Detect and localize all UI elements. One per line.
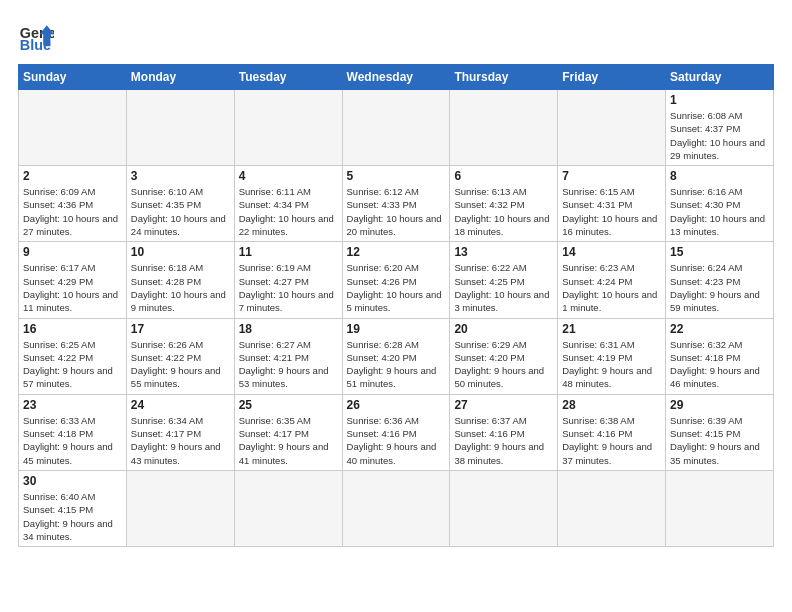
calendar-cell: 15Sunrise: 6:24 AM Sunset: 4:23 PM Dayli… — [666, 242, 774, 318]
day-info: Sunrise: 6:15 AM Sunset: 4:31 PM Dayligh… — [562, 185, 661, 238]
day-number: 20 — [454, 322, 553, 336]
day-number: 6 — [454, 169, 553, 183]
calendar-cell: 9Sunrise: 6:17 AM Sunset: 4:29 PM Daylig… — [19, 242, 127, 318]
calendar-cell: 6Sunrise: 6:13 AM Sunset: 4:32 PM Daylig… — [450, 166, 558, 242]
calendar-week-row: 9Sunrise: 6:17 AM Sunset: 4:29 PM Daylig… — [19, 242, 774, 318]
calendar-body: 1Sunrise: 6:08 AM Sunset: 4:37 PM Daylig… — [19, 90, 774, 547]
day-number: 16 — [23, 322, 122, 336]
day-info: Sunrise: 6:29 AM Sunset: 4:20 PM Dayligh… — [454, 338, 553, 391]
day-number: 15 — [670, 245, 769, 259]
logo-icon: General Blue — [18, 18, 54, 54]
calendar-cell: 2Sunrise: 6:09 AM Sunset: 4:36 PM Daylig… — [19, 166, 127, 242]
day-info: Sunrise: 6:28 AM Sunset: 4:20 PM Dayligh… — [347, 338, 446, 391]
day-info: Sunrise: 6:19 AM Sunset: 4:27 PM Dayligh… — [239, 261, 338, 314]
day-number: 14 — [562, 245, 661, 259]
day-info: Sunrise: 6:13 AM Sunset: 4:32 PM Dayligh… — [454, 185, 553, 238]
day-number: 29 — [670, 398, 769, 412]
calendar-cell: 22Sunrise: 6:32 AM Sunset: 4:18 PM Dayli… — [666, 318, 774, 394]
calendar-cell: 3Sunrise: 6:10 AM Sunset: 4:35 PM Daylig… — [126, 166, 234, 242]
day-info: Sunrise: 6:11 AM Sunset: 4:34 PM Dayligh… — [239, 185, 338, 238]
day-info: Sunrise: 6:36 AM Sunset: 4:16 PM Dayligh… — [347, 414, 446, 467]
day-number: 7 — [562, 169, 661, 183]
page: General Blue SundayMondayTuesdayWednesda… — [0, 0, 792, 612]
calendar-cell — [666, 470, 774, 546]
day-info: Sunrise: 6:31 AM Sunset: 4:19 PM Dayligh… — [562, 338, 661, 391]
calendar-cell: 5Sunrise: 6:12 AM Sunset: 4:33 PM Daylig… — [342, 166, 450, 242]
calendar-cell: 1Sunrise: 6:08 AM Sunset: 4:37 PM Daylig… — [666, 90, 774, 166]
day-number: 8 — [670, 169, 769, 183]
day-info: Sunrise: 6:27 AM Sunset: 4:21 PM Dayligh… — [239, 338, 338, 391]
weekday-header-tuesday: Tuesday — [234, 65, 342, 90]
day-info: Sunrise: 6:23 AM Sunset: 4:24 PM Dayligh… — [562, 261, 661, 314]
day-number: 19 — [347, 322, 446, 336]
weekday-header-sunday: Sunday — [19, 65, 127, 90]
calendar-cell: 14Sunrise: 6:23 AM Sunset: 4:24 PM Dayli… — [558, 242, 666, 318]
calendar-cell: 18Sunrise: 6:27 AM Sunset: 4:21 PM Dayli… — [234, 318, 342, 394]
day-info: Sunrise: 6:35 AM Sunset: 4:17 PM Dayligh… — [239, 414, 338, 467]
calendar-cell — [558, 470, 666, 546]
day-number: 1 — [670, 93, 769, 107]
weekday-header-wednesday: Wednesday — [342, 65, 450, 90]
calendar-cell — [342, 470, 450, 546]
day-number: 11 — [239, 245, 338, 259]
calendar-cell: 13Sunrise: 6:22 AM Sunset: 4:25 PM Dayli… — [450, 242, 558, 318]
calendar-cell: 28Sunrise: 6:38 AM Sunset: 4:16 PM Dayli… — [558, 394, 666, 470]
day-info: Sunrise: 6:22 AM Sunset: 4:25 PM Dayligh… — [454, 261, 553, 314]
day-number: 13 — [454, 245, 553, 259]
calendar-week-row: 16Sunrise: 6:25 AM Sunset: 4:22 PM Dayli… — [19, 318, 774, 394]
calendar-table: SundayMondayTuesdayWednesdayThursdayFrid… — [18, 64, 774, 547]
calendar-cell: 24Sunrise: 6:34 AM Sunset: 4:17 PM Dayli… — [126, 394, 234, 470]
calendar-cell: 19Sunrise: 6:28 AM Sunset: 4:20 PM Dayli… — [342, 318, 450, 394]
day-number: 24 — [131, 398, 230, 412]
day-info: Sunrise: 6:24 AM Sunset: 4:23 PM Dayligh… — [670, 261, 769, 314]
day-number: 5 — [347, 169, 446, 183]
day-info: Sunrise: 6:34 AM Sunset: 4:17 PM Dayligh… — [131, 414, 230, 467]
weekday-header-friday: Friday — [558, 65, 666, 90]
header: General Blue — [18, 18, 774, 54]
calendar-cell: 11Sunrise: 6:19 AM Sunset: 4:27 PM Dayli… — [234, 242, 342, 318]
calendar-cell — [126, 90, 234, 166]
day-number: 23 — [23, 398, 122, 412]
calendar-cell: 8Sunrise: 6:16 AM Sunset: 4:30 PM Daylig… — [666, 166, 774, 242]
day-number: 18 — [239, 322, 338, 336]
day-info: Sunrise: 6:08 AM Sunset: 4:37 PM Dayligh… — [670, 109, 769, 162]
day-info: Sunrise: 6:39 AM Sunset: 4:15 PM Dayligh… — [670, 414, 769, 467]
day-info: Sunrise: 6:37 AM Sunset: 4:16 PM Dayligh… — [454, 414, 553, 467]
day-info: Sunrise: 6:20 AM Sunset: 4:26 PM Dayligh… — [347, 261, 446, 314]
calendar-cell: 17Sunrise: 6:26 AM Sunset: 4:22 PM Dayli… — [126, 318, 234, 394]
calendar-cell: 16Sunrise: 6:25 AM Sunset: 4:22 PM Dayli… — [19, 318, 127, 394]
day-info: Sunrise: 6:10 AM Sunset: 4:35 PM Dayligh… — [131, 185, 230, 238]
calendar-cell — [342, 90, 450, 166]
calendar-cell: 4Sunrise: 6:11 AM Sunset: 4:34 PM Daylig… — [234, 166, 342, 242]
calendar-cell: 23Sunrise: 6:33 AM Sunset: 4:18 PM Dayli… — [19, 394, 127, 470]
calendar-week-row: 1Sunrise: 6:08 AM Sunset: 4:37 PM Daylig… — [19, 90, 774, 166]
day-info: Sunrise: 6:18 AM Sunset: 4:28 PM Dayligh… — [131, 261, 230, 314]
day-number: 3 — [131, 169, 230, 183]
calendar-cell — [558, 90, 666, 166]
weekday-header-thursday: Thursday — [450, 65, 558, 90]
day-info: Sunrise: 6:16 AM Sunset: 4:30 PM Dayligh… — [670, 185, 769, 238]
calendar-header: SundayMondayTuesdayWednesdayThursdayFrid… — [19, 65, 774, 90]
calendar-cell: 20Sunrise: 6:29 AM Sunset: 4:20 PM Dayli… — [450, 318, 558, 394]
calendar-cell: 21Sunrise: 6:31 AM Sunset: 4:19 PM Dayli… — [558, 318, 666, 394]
day-number: 4 — [239, 169, 338, 183]
day-number: 26 — [347, 398, 446, 412]
calendar-cell — [234, 90, 342, 166]
day-info: Sunrise: 6:25 AM Sunset: 4:22 PM Dayligh… — [23, 338, 122, 391]
day-number: 22 — [670, 322, 769, 336]
calendar-week-row: 2Sunrise: 6:09 AM Sunset: 4:36 PM Daylig… — [19, 166, 774, 242]
day-info: Sunrise: 6:26 AM Sunset: 4:22 PM Dayligh… — [131, 338, 230, 391]
day-number: 25 — [239, 398, 338, 412]
calendar-week-row: 30Sunrise: 6:40 AM Sunset: 4:15 PM Dayli… — [19, 470, 774, 546]
calendar-cell — [126, 470, 234, 546]
day-info: Sunrise: 6:32 AM Sunset: 4:18 PM Dayligh… — [670, 338, 769, 391]
calendar-cell: 7Sunrise: 6:15 AM Sunset: 4:31 PM Daylig… — [558, 166, 666, 242]
calendar-cell: 25Sunrise: 6:35 AM Sunset: 4:17 PM Dayli… — [234, 394, 342, 470]
weekday-header-saturday: Saturday — [666, 65, 774, 90]
calendar-cell — [234, 470, 342, 546]
day-number: 2 — [23, 169, 122, 183]
weekday-header-monday: Monday — [126, 65, 234, 90]
calendar-cell: 27Sunrise: 6:37 AM Sunset: 4:16 PM Dayli… — [450, 394, 558, 470]
day-number: 30 — [23, 474, 122, 488]
day-info: Sunrise: 6:09 AM Sunset: 4:36 PM Dayligh… — [23, 185, 122, 238]
